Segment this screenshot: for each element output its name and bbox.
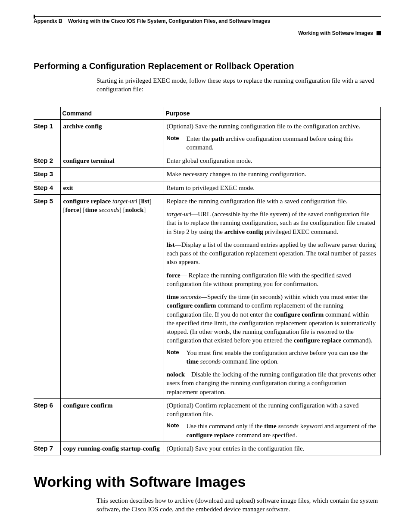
running-header: Appendix B Working with the Cisco IOS Fi… (34, 18, 381, 24)
purpose-text: force— Replace the running configuration… (167, 271, 378, 289)
purpose-cell: (Optional) Save the running configuratio… (164, 120, 381, 154)
table-row: Step 6configure confirm(Optional) Confir… (34, 398, 381, 442)
appendix-title: Working with the Cisco IOS File System, … (68, 18, 270, 24)
step-label: Step 6 (34, 398, 60, 442)
table-row: Step 2configure terminalEnter global con… (34, 154, 381, 168)
note-label: Note (167, 134, 187, 152)
major-section-title: Working with Software Images (34, 473, 381, 490)
step-label: Step 2 (34, 154, 60, 168)
note-body: Enter the path archive configuration com… (187, 134, 378, 152)
step-label: Step 7 (34, 442, 60, 455)
steps-header-purpose: Purpose (164, 107, 381, 120)
step-label: Step 1 (34, 120, 60, 154)
steps-table: Command Purpose Step 1archive config(Opt… (34, 107, 381, 456)
note-label: Note (167, 422, 187, 439)
note-body: Use this command only if the time second… (187, 422, 378, 439)
command-cell (60, 168, 164, 181)
purpose-text: (Optional) Save the running configuratio… (167, 122, 378, 131)
table-row: Step 4exitReturn to privileged EXEC mode… (34, 181, 381, 194)
purpose-cell: Make necessary changes to the running co… (164, 168, 381, 181)
step-label: Step 3 (34, 168, 60, 181)
table-row: Step 1archive config(Optional) Save the … (34, 120, 381, 154)
step-label: Step 5 (34, 194, 60, 398)
steps-header-command: Command (60, 107, 164, 120)
note: NoteUse this command only if the time se… (167, 422, 378, 439)
note-body: You must first enable the configuration … (187, 348, 378, 366)
purpose-cell: (Optional) Save your entries in the conf… (164, 442, 381, 455)
command-cell: configure confirm (60, 398, 164, 442)
table-row: Step 7copy running-config startup-config… (34, 442, 381, 455)
purpose-cell: Return to privileged EXEC mode. (164, 181, 381, 194)
table-row: Step 5configure replace target-url [list… (34, 194, 381, 398)
command-cell: configure replace target-url [list] [for… (60, 194, 164, 398)
purpose-text: (Optional) Save your entries in the conf… (167, 444, 378, 453)
purpose-text: (Optional) Confirm replacement of the ru… (167, 401, 378, 419)
header-rule (34, 16, 381, 17)
note: NoteYou must first enable the configurat… (167, 348, 378, 366)
command-cell: copy running-config startup-config (60, 442, 164, 455)
section-breadcrumb: Working with Software Images (34, 30, 381, 36)
purpose-text: time seconds—Specify the time (in second… (167, 292, 378, 345)
note-label: Note (167, 348, 187, 366)
purpose-text: Replace the running configuration file w… (167, 197, 378, 205)
command-cell: archive config (60, 120, 164, 154)
steps-header-blank (34, 107, 60, 120)
purpose-text: target-url—URL (accessible by the file s… (167, 210, 378, 236)
appendix-label: Appendix B (34, 18, 62, 24)
command-cell: exit (60, 181, 164, 194)
purpose-cell: Replace the running configuration file w… (164, 194, 381, 398)
subsection-intro: Starting in privileged EXEC mode, follow… (97, 76, 381, 94)
subsection-title: Performing a Configuration Replacement o… (34, 61, 381, 71)
purpose-text: Enter global configuration mode. (167, 156, 378, 165)
purpose-text: list—Display a list of the command entri… (167, 240, 378, 267)
command-cell: configure terminal (60, 154, 164, 168)
purpose-cell: (Optional) Confirm replacement of the ru… (164, 398, 381, 442)
table-row: Step 3Make necessary changes to the runn… (34, 168, 381, 181)
purpose-text: Make necessary changes to the running co… (167, 170, 378, 178)
purpose-cell: Enter global configuration mode. (164, 154, 381, 168)
purpose-text: Return to privileged EXEC mode. (167, 184, 378, 192)
note: NoteEnter the path archive configuration… (167, 134, 378, 152)
purpose-text: nolock—Disable the locking of the runnin… (167, 370, 378, 396)
step-label: Step 4 (34, 181, 60, 194)
major-section-intro: This section describes how to archive (d… (97, 496, 381, 514)
